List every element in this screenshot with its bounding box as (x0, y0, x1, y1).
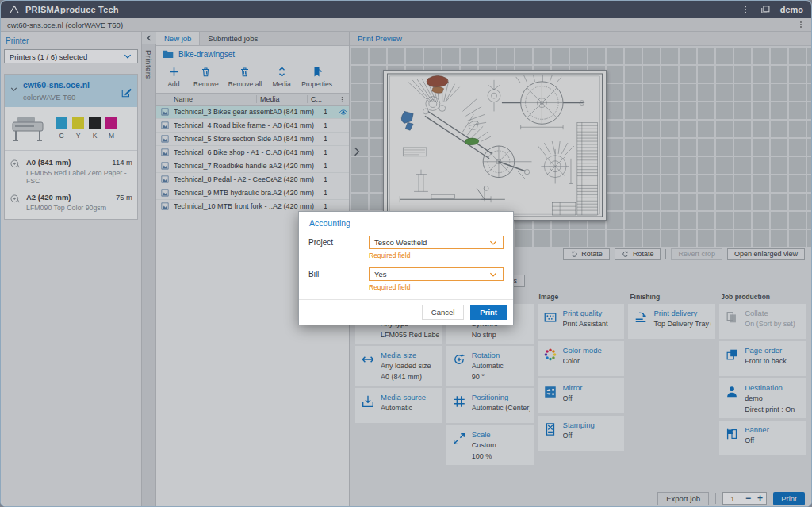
field-label: Project (308, 238, 369, 247)
field-label: Bill (308, 270, 369, 278)
app-window: PRISMAproduce Tech demo cwt60-sns.oce.nl… (0, 0, 812, 507)
field-value: Yes (374, 270, 387, 278)
accounting-dialog: Accounting Project Tesco Westfield Requi… (298, 211, 514, 325)
cancel-button[interactable]: Cancel (422, 305, 465, 320)
chevron-down-icon (488, 270, 498, 279)
field-value: Tesco Westfield (374, 238, 427, 247)
required-field-hint: Required field (369, 249, 504, 267)
dialog-title: Accounting (299, 212, 513, 231)
dialog-field: Project Tesco Westfield Required field (308, 236, 504, 267)
chevron-down-icon (488, 238, 498, 248)
dialog-fields: Project Tesco Westfield Required field B… (299, 231, 513, 298)
required-field-hint: Required field (369, 281, 504, 298)
bill-dropdown[interactable]: Yes (369, 267, 504, 281)
dialog-field: Bill Yes Required field (308, 267, 504, 298)
dialog-print-button[interactable]: Print (470, 305, 507, 320)
project-dropdown[interactable]: Tesco Westfield (369, 236, 504, 249)
